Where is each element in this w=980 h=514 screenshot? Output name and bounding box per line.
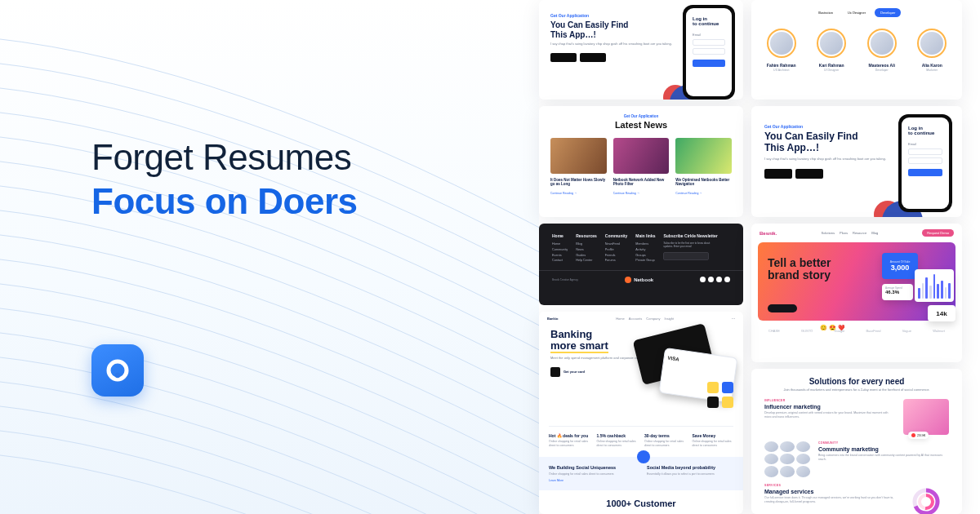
decorative-lines: [0, 0, 539, 514]
logo[interactable]: Besnik.: [760, 231, 777, 236]
stat-card-speed: Average Speed 46.3%: [882, 284, 913, 300]
brand-logo: [91, 344, 144, 397]
news-post[interactable]: We Optimised Netbooks Better Navigation …: [675, 138, 732, 195]
tab-ux-designer[interactable]: Ux Designer: [842, 8, 871, 17]
eyebrow: Services: [764, 484, 895, 487]
read-more-link[interactable]: Continue Reading →: [550, 192, 607, 195]
footer-link[interactable]: Contact: [552, 258, 568, 264]
team-member[interactable]: Alia Karon Marketer: [909, 29, 955, 72]
solution-title: Managed services: [764, 489, 895, 494]
brand-logo-icon: [104, 357, 131, 384]
solution-title: Influencer marketing: [764, 404, 895, 410]
preview-grid: Get Our Application You Can Easily FindT…: [539, 0, 972, 514]
footer-link[interactable]: Forums: [605, 258, 628, 264]
footer-link[interactable]: Community: [552, 247, 568, 253]
request-demo-button[interactable]: [768, 304, 797, 312]
accent-circle: [637, 450, 650, 463]
google-play-button[interactable]: [580, 53, 606, 62]
preview-app-download-large: Get Our Application You Can Easily FindT…: [751, 106, 962, 217]
social-icon[interactable]: [724, 277, 730, 282]
footer-link[interactable]: Blog: [576, 241, 597, 247]
donut-chart: [903, 484, 949, 514]
nav-link[interactable]: Company: [646, 317, 660, 321]
tab-developer[interactable]: Developer: [875, 8, 901, 17]
app-store-button[interactable]: [550, 53, 577, 62]
customers-count: 1000+ Customer: [539, 498, 743, 508]
social-icon[interactable]: [700, 277, 706, 282]
community-avatars: [764, 441, 810, 477]
brand-dot-icon: [625, 277, 631, 283]
reaction-emojis: 😊 😍 ❤️: [820, 325, 845, 331]
avatar: [920, 32, 943, 55]
google-play-button[interactable]: [795, 169, 823, 179]
credit: Besnik Creative Agency.: [552, 278, 578, 281]
login-button[interactable]: [908, 169, 942, 176]
solution-image: 23.9K: [903, 399, 949, 435]
footer-link[interactable]: Groups: [635, 253, 655, 259]
footer-link[interactable]: Members: [635, 241, 655, 247]
avatar: [871, 32, 893, 55]
login-button[interactable]: [693, 60, 725, 67]
read-more-link[interactable]: Continue Reading →: [675, 192, 732, 195]
team-member[interactable]: Fahim Rahman UX Architect: [759, 29, 804, 72]
stat-count: 14k: [928, 305, 956, 321]
email-input[interactable]: [693, 39, 725, 46]
email-input[interactable]: [663, 252, 709, 260]
footer-link[interactable]: Home: [552, 241, 568, 247]
read-more-link[interactable]: Continue Reading →: [613, 192, 670, 195]
preview-app-download-small: Get Our Application You Can Easily FindT…: [539, 0, 743, 100]
logo[interactable]: Bankio: [547, 317, 558, 321]
preview-latest-news: Get Our Application Latest News It Does …: [539, 106, 743, 217]
footer-link[interactable]: Help Center: [576, 258, 597, 264]
nav-link[interactable]: Insight: [664, 317, 674, 321]
like-count-chip: 23.9K: [908, 432, 929, 439]
learn-more-link[interactable]: Learn More: [549, 479, 635, 482]
app-store-button[interactable]: [764, 169, 792, 179]
news-post[interactable]: It Does Not Matter Hows Slowly go as Lon…: [550, 138, 607, 195]
footer-link[interactable]: NewsFeed: [605, 241, 628, 247]
footer-link[interactable]: News: [576, 247, 597, 253]
solution-desc: Bring customers into the brand conversat…: [818, 454, 949, 462]
nav-link[interactable]: Resource: [853, 231, 866, 235]
preview-banking: Bankio Home Accounts Company Insight ⋯ B…: [539, 312, 743, 514]
nav-link[interactable]: Home: [616, 317, 625, 321]
team-member[interactable]: Mastereos Ali Developer: [859, 29, 905, 72]
eyebrow: Influencer: [764, 399, 895, 402]
post-thumbnail: [550, 138, 607, 174]
brand-mark: Netbook: [625, 277, 653, 283]
password-input[interactable]: [908, 157, 942, 164]
social-icon[interactable]: [708, 277, 714, 282]
nav-link[interactable]: Plans: [840, 231, 848, 235]
preview-dark-footer: Home Home Community Events Contact Resou…: [539, 224, 743, 305]
footer-link[interactable]: Profile: [605, 247, 628, 253]
password-input[interactable]: [693, 48, 725, 55]
avatar: [820, 32, 843, 55]
eyebrow: Community: [818, 441, 949, 445]
nav-link[interactable]: Solutions: [822, 231, 835, 235]
post-thumbnail: [675, 138, 732, 174]
brand-logos-row: CHASEGUSTOGoogle BuzzFeedVogueWalmart: [751, 329, 962, 333]
preview-team: Illustration Ux Designer Developer Fahim…: [751, 0, 962, 100]
hero-heading-line2: Focus on Doers: [91, 181, 358, 222]
footer-link[interactable]: Events: [552, 253, 568, 259]
news-post[interactable]: Netbook Network Added New Photo Filter C…: [613, 138, 670, 195]
tab-illustration[interactable]: Illustration: [813, 8, 839, 17]
email-input[interactable]: [908, 148, 942, 155]
footer-link[interactable]: Friends: [605, 253, 628, 259]
phone-mock: Log into continue Email: [683, 5, 735, 100]
footer-link[interactable]: Guides: [576, 253, 597, 259]
heart-icon: [911, 433, 915, 437]
team-member[interactable]: Kari Rahman UI Designer: [808, 29, 854, 72]
nav-link[interactable]: Blog: [871, 231, 878, 235]
phone-mock: Log into continue Email: [898, 114, 952, 212]
footer-link[interactable]: Private Group: [635, 258, 655, 264]
hero-panel: Forget Resumes Focus on Doers: [0, 0, 539, 514]
hero-heading-line1: Forget Resumes: [91, 137, 351, 178]
cta-button[interactable]: Request Demo: [922, 229, 954, 237]
preview-brand-story: Besnik. Solutions Plans Resource Blog Re…: [751, 224, 962, 362]
solution-title: Community marketing: [818, 446, 949, 452]
social-icon[interactable]: [716, 277, 722, 282]
footer-link[interactable]: Activity: [635, 247, 655, 253]
section-title: Latest News: [539, 120, 743, 130]
nav-link[interactable]: Accounts: [629, 317, 642, 321]
